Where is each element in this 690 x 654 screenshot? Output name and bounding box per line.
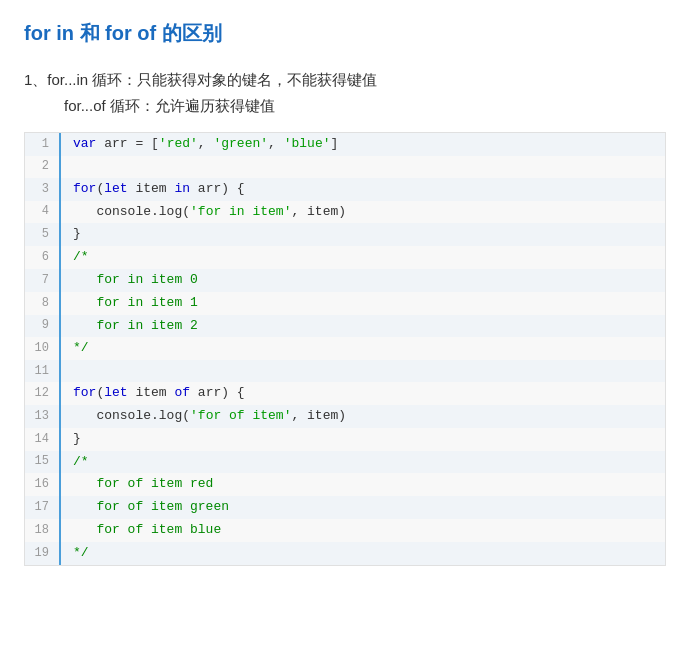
- line-number: 7: [25, 269, 61, 292]
- code-token-kw: let: [104, 179, 127, 200]
- code-token-comment: for of item red: [73, 474, 213, 495]
- line-code: for of item blue: [61, 519, 221, 542]
- page-title: for in 和 for of 的区别: [24, 20, 666, 47]
- code-line: 19*/: [25, 542, 665, 565]
- line-code: for in item 2: [61, 315, 198, 338]
- line-number: 19: [25, 542, 61, 565]
- code-token-kw: of: [174, 383, 190, 404]
- code-token-plain: ,: [198, 134, 214, 155]
- code-token-plain: console.log(: [73, 202, 190, 223]
- line-code: */: [61, 337, 89, 360]
- code-line: 4 console.log('for in item', item): [25, 201, 665, 224]
- code-token-plain: , item): [291, 202, 346, 223]
- code-token-comment: for of item green: [73, 497, 229, 518]
- line-number: 18: [25, 519, 61, 542]
- line-code: for(let item in arr) {: [61, 178, 245, 201]
- code-line: 3for(let item in arr) {: [25, 178, 665, 201]
- line-code: for(let item of arr) {: [61, 382, 245, 405]
- line-code: [61, 360, 73, 382]
- code-token-plain: , item): [291, 406, 346, 427]
- line-number: 13: [25, 405, 61, 428]
- code-token-kw: in: [174, 179, 190, 200]
- code-token-plain: (: [96, 179, 104, 200]
- line-number: 15: [25, 451, 61, 474]
- code-token-plain: console.log(: [73, 406, 190, 427]
- code-token-str: 'for in item': [190, 202, 291, 223]
- line-number: 1: [25, 133, 61, 156]
- code-line: 18 for of item blue: [25, 519, 665, 542]
- line-number: 8: [25, 292, 61, 315]
- code-token-plain: ]: [330, 134, 338, 155]
- code-token-plain: }: [73, 224, 81, 245]
- code-line: 8 for in item 1: [25, 292, 665, 315]
- code-token-str: 'for of item': [190, 406, 291, 427]
- line-code: var arr = ['red', 'green', 'blue']: [61, 133, 338, 156]
- description: 1、for...in 循环：只能获得对象的键名，不能获得键值 for...of …: [24, 67, 666, 118]
- code-line: 14}: [25, 428, 665, 451]
- line-number: 4: [25, 201, 61, 224]
- code-line: 1var arr = ['red', 'green', 'blue']: [25, 133, 665, 156]
- code-token-plain: arr) {: [190, 179, 245, 200]
- code-token-comment: for of item blue: [73, 520, 221, 541]
- line-code: console.log('for of item', item): [61, 405, 346, 428]
- code-line: 7 for in item 0: [25, 269, 665, 292]
- code-token-comment: for in item 1: [73, 293, 198, 314]
- code-token-comment: for in item 2: [73, 316, 198, 337]
- line-number: 16: [25, 473, 61, 496]
- line-number: 14: [25, 428, 61, 451]
- code-line: 10*/: [25, 337, 665, 360]
- code-line: 13 console.log('for of item', item): [25, 405, 665, 428]
- code-token-plain: ,: [268, 134, 284, 155]
- line-number: 5: [25, 223, 61, 246]
- line-code: /*: [61, 246, 89, 269]
- line-code: }: [61, 428, 81, 451]
- line-code: for in item 1: [61, 292, 198, 315]
- code-token-plain: arr) {: [190, 383, 245, 404]
- code-token-plain: item: [128, 179, 175, 200]
- line-number: 12: [25, 382, 61, 405]
- code-line: 11: [25, 360, 665, 382]
- code-line: 15/*: [25, 451, 665, 474]
- line-code: for of item green: [61, 496, 229, 519]
- code-line: 17 for of item green: [25, 496, 665, 519]
- code-line: 16 for of item red: [25, 473, 665, 496]
- code-line: 9 for in item 2: [25, 315, 665, 338]
- code-token-plain: arr = [: [96, 134, 158, 155]
- line-number: 3: [25, 178, 61, 201]
- code-token-plain: (: [96, 383, 104, 404]
- line-number: 2: [25, 156, 61, 178]
- code-token-comment: */: [73, 338, 89, 359]
- code-token-str: 'red': [159, 134, 198, 155]
- line-number: 6: [25, 246, 61, 269]
- code-line: 2: [25, 156, 665, 178]
- code-token-comment: /*: [73, 452, 89, 473]
- code-token-plain: }: [73, 429, 81, 450]
- line-number: 9: [25, 315, 61, 338]
- code-line: 12for(let item of arr) {: [25, 382, 665, 405]
- code-token-plain: item: [128, 383, 175, 404]
- line-code: for of item red: [61, 473, 213, 496]
- line-code: /*: [61, 451, 89, 474]
- code-token-str: 'green': [213, 134, 268, 155]
- code-token-kw: for: [73, 179, 96, 200]
- code-line: 5}: [25, 223, 665, 246]
- line-code: }: [61, 223, 81, 246]
- code-block: 1var arr = ['red', 'green', 'blue']23for…: [24, 132, 666, 566]
- code-token-str: 'blue': [284, 134, 331, 155]
- desc-line2: for...of 循环：允许遍历获得键值: [64, 93, 666, 119]
- desc-line1: 1、for...in 循环：只能获得对象的键名，不能获得键值: [24, 71, 377, 88]
- code-token-comment: /*: [73, 247, 89, 268]
- line-code: console.log('for in item', item): [61, 201, 346, 224]
- code-line: 6/*: [25, 246, 665, 269]
- line-code: */: [61, 542, 89, 565]
- code-token-kw: var: [73, 134, 96, 155]
- code-token-kw: let: [104, 383, 127, 404]
- line-number: 11: [25, 360, 61, 382]
- code-token-kw: for: [73, 383, 96, 404]
- code-token-comment: */: [73, 543, 89, 564]
- line-number: 10: [25, 337, 61, 360]
- line-code: [61, 156, 73, 178]
- line-number: 17: [25, 496, 61, 519]
- code-token-comment: for in item 0: [73, 270, 198, 291]
- line-code: for in item 0: [61, 269, 198, 292]
